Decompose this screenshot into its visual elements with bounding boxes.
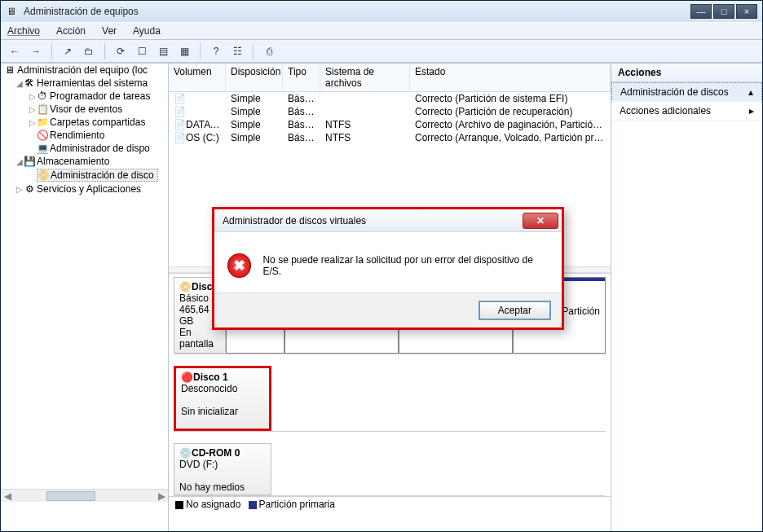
actions-item-additional[interactable]: Acciones adicionales▸ bbox=[611, 102, 762, 121]
collapse-icon[interactable]: ◢ bbox=[15, 79, 24, 88]
folder-button[interactable]: 🗀 bbox=[80, 42, 98, 60]
tree-carpetas[interactable]: ▷📁Carpetas compartidas bbox=[1, 116, 168, 129]
storage-icon: 💾 bbox=[24, 156, 35, 167]
minimize-button[interactable]: — bbox=[690, 4, 712, 19]
title-bar[interactable]: 🖥 Administración de equipos — □ × bbox=[1, 1, 762, 22]
dialog-message: No se puede realizar la solicitud por un… bbox=[262, 254, 549, 277]
dialog-titlebar[interactable]: Administrador de discos virtuales ✕ bbox=[214, 209, 562, 232]
diskmgmt-icon: 📀 bbox=[37, 169, 49, 181]
dialog-title: Administrador de discos virtuales bbox=[223, 215, 523, 226]
expand-icon[interactable]: ▷ bbox=[15, 185, 24, 194]
tree-root[interactable]: 🖥Administración del equipo (loc bbox=[1, 64, 168, 77]
chevron-up-icon: ▴ bbox=[748, 86, 753, 98]
volume-list-header: Volumen Disposición Tipo Sistema de arch… bbox=[169, 64, 611, 92]
help-button[interactable]: ? bbox=[207, 42, 225, 60]
col-estado[interactable]: Estado bbox=[410, 64, 611, 91]
volume-row[interactable]: 📄DATA (D:)SimpleBásicoNTFSCorrecto (Arch… bbox=[169, 118, 611, 131]
legend-unallocated: No asignado bbox=[186, 499, 240, 510]
refresh-button[interactable]: ⟳ bbox=[112, 42, 130, 60]
preview-button[interactable]: ⎙ bbox=[260, 42, 278, 60]
disk-row-disco1[interactable]: 🔴Disco 1 Desconocido Sin inicializar bbox=[174, 366, 606, 432]
eventviewer-icon: 📋 bbox=[37, 103, 48, 115]
perf-icon: 🚫 bbox=[37, 130, 48, 141]
legend: No asignado Partición primaria bbox=[169, 496, 611, 512]
volume-list[interactable]: 📄SimpleBásicoCorrecto (Partición de sist… bbox=[169, 92, 611, 144]
expand-icon[interactable]: ▷ bbox=[29, 118, 37, 127]
devmgr-icon: 💻 bbox=[37, 143, 48, 154]
nav-forward-button[interactable]: → bbox=[27, 42, 45, 60]
volume-row[interactable]: 📄SimpleBásicoCorrecto (Partición de sist… bbox=[169, 92, 611, 105]
error-dialog: Administrador de discos virtuales ✕ ✖ No… bbox=[212, 207, 564, 330]
actions-pane: Acciones Administración de discos▴ Accio… bbox=[611, 64, 762, 531]
col-tipo[interactable]: Tipo bbox=[283, 64, 320, 91]
disk-header-cdrom[interactable]: 💿CD-ROM 0 DVD (F:) No hay medios bbox=[174, 443, 271, 495]
legend-unallocated-icon bbox=[175, 501, 183, 509]
nav-back-button[interactable]: ← bbox=[6, 42, 24, 60]
sharedfolders-icon: 📁 bbox=[37, 117, 48, 128]
legend-primary-icon bbox=[249, 501, 257, 509]
tree-visor[interactable]: ▷📋Visor de eventos bbox=[1, 103, 168, 116]
tree-pane[interactable]: 🖥Administración del equipo (loc ◢🛠Herram… bbox=[1, 64, 169, 531]
close-button[interactable]: × bbox=[736, 4, 757, 19]
collapse-icon[interactable]: ◢ bbox=[15, 157, 24, 166]
expand-icon[interactable]: ▷ bbox=[29, 92, 37, 101]
services-icon: ⚙ bbox=[24, 183, 35, 195]
grid2-button[interactable]: ▦ bbox=[175, 42, 193, 60]
up-button[interactable]: ↗ bbox=[59, 42, 77, 60]
menu-accion[interactable]: Acción bbox=[53, 24, 89, 38]
computer-icon: 🖥 bbox=[4, 64, 15, 76]
actions-header: Acciones bbox=[611, 64, 762, 82]
chevron-right-icon: ▸ bbox=[749, 105, 754, 117]
maximize-button[interactable]: □ bbox=[713, 4, 734, 19]
menu-bar: Archivo Acción Ver Ayuda bbox=[1, 22, 762, 40]
volume-row[interactable]: 📄SimpleBásicoCorrecto (Partición de recu… bbox=[169, 105, 611, 118]
volume-row[interactable]: 📄OS (C:)SimpleBásicoNTFSCorrecto (Arranq… bbox=[169, 131, 611, 144]
properties-button[interactable]: ☐ bbox=[133, 42, 151, 60]
toolbar: ← → ↗ 🗀 ⟳ ☐ ▤ ▦ ? ☷ ⎙ bbox=[1, 40, 762, 63]
col-disposicion[interactable]: Disposición bbox=[226, 64, 283, 91]
col-filesystem[interactable]: Sistema de archivos bbox=[320, 64, 410, 91]
expand-icon[interactable]: ▷ bbox=[29, 105, 37, 114]
window-title: Administración de equipos bbox=[24, 6, 690, 17]
tree-programador[interactable]: ▷⏱Programador de tareas bbox=[1, 90, 168, 103]
list-button[interactable]: ☷ bbox=[228, 42, 246, 60]
tools-icon: 🛠 bbox=[24, 77, 35, 89]
legend-primary: Partición primaria bbox=[259, 499, 335, 510]
tree-rendimiento[interactable]: 🚫Rendimiento bbox=[1, 129, 168, 142]
col-volumen[interactable]: Volumen bbox=[169, 64, 226, 91]
actions-item-diskmgmt[interactable]: Administración de discos▴ bbox=[611, 82, 762, 102]
tree-admdiscos[interactable]: 📀Administración de disco bbox=[1, 168, 168, 182]
dialog-ok-button[interactable]: Aceptar bbox=[479, 301, 550, 319]
menu-archivo[interactable]: Archivo bbox=[4, 24, 43, 38]
scheduler-icon: ⏱ bbox=[37, 90, 48, 102]
disk-header-disco1[interactable]: 🔴Disco 1 Desconocido Sin inicializar bbox=[174, 366, 271, 431]
tree-admindisp[interactable]: 💻Administrador de dispo bbox=[1, 142, 168, 155]
error-icon: ✖ bbox=[227, 253, 251, 278]
dialog-close-button[interactable]: ✕ bbox=[523, 213, 558, 229]
tree-scrollbar[interactable]: ◀▶ bbox=[1, 489, 168, 502]
menu-ayuda[interactable]: Ayuda bbox=[130, 24, 164, 38]
tree-servicios[interactable]: ▷⚙Servicios y Aplicaciones bbox=[1, 182, 168, 196]
disk-row-cdrom[interactable]: 💿CD-ROM 0 DVD (F:) No hay medios bbox=[174, 443, 606, 496]
grid1-button[interactable]: ▤ bbox=[154, 42, 172, 60]
tree-almacenamiento[interactable]: ◢💾Almacenamiento bbox=[1, 155, 168, 168]
menu-ver[interactable]: Ver bbox=[99, 24, 120, 38]
app-icon: 🖥 bbox=[6, 6, 17, 17]
tree-herramientas[interactable]: ◢🛠Herramientas del sistema bbox=[1, 77, 168, 90]
